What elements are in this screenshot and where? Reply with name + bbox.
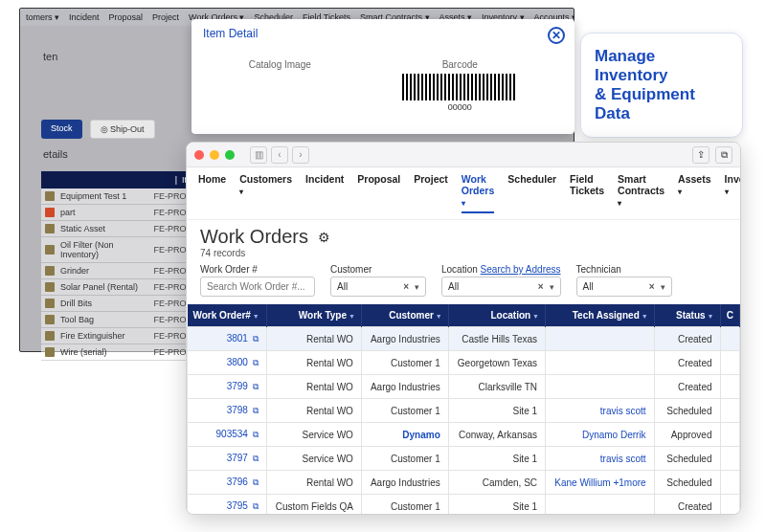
stock-button[interactable]: Stock [41, 120, 82, 139]
cell-location: Georgetown Texas [448, 351, 545, 375]
filter-work-order: Work Order # [200, 264, 315, 297]
open-icon[interactable]: ⧉ [253, 382, 259, 391]
col-customer[interactable]: Customer [361, 304, 448, 327]
nav-proposal[interactable]: Proposal [357, 173, 400, 213]
bg-menu-item[interactable]: tomers ▾ [26, 12, 59, 22]
cell-customer[interactable]: Dynamo [361, 423, 448, 447]
cell-status: Scheduled [654, 447, 720, 471]
col-work-type[interactable]: Work Type [266, 304, 361, 327]
shipout-button[interactable]: ◎ Ship-Out [90, 120, 155, 139]
cell-tech[interactable]: travis scott [546, 399, 655, 423]
cell-customer[interactable]: Customer 1 [361, 495, 448, 516]
item-icon [45, 191, 55, 201]
open-icon[interactable]: ⧉ [253, 477, 259, 487]
search-by-address-link[interactable]: Search by Address [481, 264, 561, 275]
chevron-down-icon[interactable]: ▾ [415, 282, 419, 292]
bg-menu-item[interactable]: Proposal [109, 12, 144, 22]
cell-worktype: Service WO [266, 447, 361, 471]
window-min-dot[interactable] [210, 150, 219, 160]
cell-tech[interactable]: travis scott [546, 447, 655, 471]
open-icon[interactable]: ⧉ [253, 430, 259, 439]
nav-incident[interactable]: Incident [305, 173, 344, 213]
gear-icon[interactable]: ⚙ [318, 230, 330, 245]
cell-worktype: Custom Fields QA [266, 495, 361, 516]
bg-menu-item[interactable]: Incident [69, 12, 100, 22]
nav-scheduler[interactable]: Scheduler [507, 173, 556, 213]
nav-forward-icon[interactable]: › [292, 146, 309, 164]
cell-tech[interactable]: Dynamo Derrik [546, 423, 655, 447]
table-row[interactable]: 3795 ⧉Custom Fields QACustomer 1Site 1Cr… [188, 495, 740, 516]
cell-workorder[interactable]: 3801 ⧉ [188, 327, 267, 351]
cell-customer[interactable]: Aargo Industries [361, 375, 448, 399]
cell-tech[interactable] [546, 351, 655, 375]
search-work-order-input[interactable] [200, 277, 315, 297]
open-icon[interactable]: ⧉ [253, 358, 259, 367]
window-close-dot[interactable] [194, 150, 204, 160]
table-row[interactable]: 3796 ⧉Rental WOAargo IndustriesCamden, S… [188, 471, 740, 495]
cell-customer[interactable]: Customer 1 [361, 399, 448, 423]
window-max-dot[interactable] [225, 150, 235, 160]
table-row[interactable]: 3801 ⧉Rental WOAargo IndustriesCastle Hi… [188, 327, 740, 351]
open-icon[interactable]: ⧉ [253, 501, 259, 511]
table-row[interactable]: 3800 ⧉Rental WOCustomer 1Georgetown Texa… [188, 351, 740, 375]
cell-workorder[interactable]: 3797 ⧉ [188, 447, 267, 471]
cell-overflow [720, 423, 740, 447]
cell-location: Clarksville TN [448, 375, 545, 399]
nav-smart-contracts[interactable]: Smart Contracts [618, 173, 665, 213]
cell-status: Created [654, 495, 720, 516]
cell-status: Scheduled [654, 471, 720, 495]
technician-combo[interactable]: All × ▾ [576, 277, 672, 297]
bg-menu-item[interactable]: Project [152, 12, 179, 22]
col-status[interactable]: Status [654, 304, 720, 327]
clear-icon[interactable]: × [649, 281, 655, 292]
clear-icon[interactable]: × [538, 281, 544, 292]
cell-customer[interactable]: Aargo Industries [361, 471, 448, 495]
nav-home[interactable]: Home [198, 173, 226, 213]
open-icon[interactable]: ⧉ [253, 406, 259, 415]
cell-workorder[interactable]: 3800 ⧉ [188, 351, 267, 375]
cell-customer[interactable]: Customer 1 [361, 447, 448, 471]
close-icon[interactable]: ✕ [548, 27, 565, 44]
nav-work-orders[interactable]: Work Orders [462, 173, 494, 213]
cell-workorder[interactable]: 3799 ⧉ [188, 375, 267, 399]
col-tech-assigned[interactable]: Tech Assigned [546, 304, 655, 327]
nav-inventory[interactable]: Inventory [725, 173, 741, 213]
table-row[interactable]: 3797 ⧉Service WOCustomer 1Site 1travis s… [188, 447, 740, 471]
item-icon [45, 266, 55, 276]
share-icon[interactable]: ⇪ [692, 146, 710, 164]
cell-customer[interactable]: Customer 1 [361, 351, 448, 375]
cell-tech[interactable] [546, 375, 655, 399]
item-icon [45, 299, 55, 308]
clear-icon[interactable]: × [403, 281, 409, 292]
cell-workorder[interactable]: 3796 ⧉ [188, 471, 267, 495]
item-detail-modal: Item Detail ✕ Catalog Image Barcode 0000… [192, 19, 574, 134]
chevron-down-icon[interactable]: ▾ [550, 282, 554, 292]
col-location[interactable]: Location [448, 304, 545, 327]
cell-status: Created [654, 375, 720, 399]
cell-workorder[interactable]: 3798 ⧉ [188, 399, 267, 423]
table-row[interactable]: 3799 ⧉Rental WOAargo IndustriesClarksvil… [188, 375, 740, 399]
col-work-order-[interactable]: Work Order# [188, 304, 267, 327]
nav-back-icon[interactable]: ‹ [271, 146, 288, 164]
cell-customer[interactable]: Aargo Industries [361, 327, 448, 351]
cell-overflow [720, 327, 740, 351]
cell-workorder[interactable]: 3795 ⧉ [188, 495, 267, 516]
tabs-icon[interactable]: ⧉ [715, 146, 732, 164]
nav-project[interactable]: Project [414, 173, 448, 213]
customer-combo[interactable]: All × ▾ [330, 277, 426, 297]
table-row[interactable]: 903534 ⧉Service WODynamoConway, Arkansas… [188, 423, 740, 447]
chevron-down-icon[interactable]: ▾ [661, 282, 665, 292]
cell-tech[interactable] [546, 327, 655, 351]
nav-field-tickets[interactable]: Field Tickets [570, 173, 604, 213]
open-icon[interactable]: ⧉ [253, 454, 259, 463]
sidebar-toggle-icon[interactable]: ▥ [250, 146, 267, 164]
location-combo[interactable]: All × ▾ [441, 277, 561, 297]
cell-tech[interactable] [546, 495, 655, 516]
nav-assets[interactable]: Assets [678, 173, 710, 213]
table-row[interactable]: 3798 ⧉Rental WOCustomer 1Site 1travis sc… [188, 399, 740, 423]
cell-workorder[interactable]: 903534 ⧉ [188, 423, 267, 447]
item-name: Static Asset [60, 224, 153, 233]
cell-tech[interactable]: Kane Willium +1more [546, 471, 655, 495]
open-icon[interactable]: ⧉ [253, 334, 259, 344]
nav-customers[interactable]: Customers [239, 173, 292, 213]
